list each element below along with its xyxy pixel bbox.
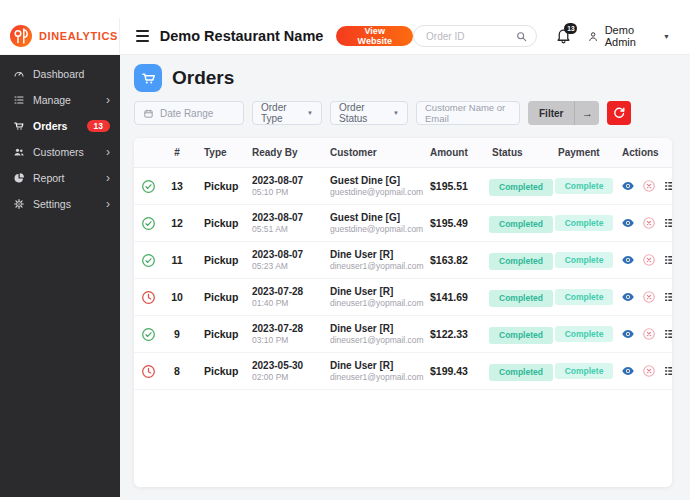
order-type-select[interactable]: Order Type ▼ xyxy=(252,101,322,125)
order-details-button[interactable] xyxy=(663,216,672,230)
cancel-order-button[interactable] xyxy=(642,327,656,341)
customer-search-placeholder: Customer Name or Email xyxy=(425,102,511,124)
status-cell: Completed xyxy=(488,287,552,307)
user-name: Demo Admin xyxy=(605,24,656,48)
customer-cell: Dine User [R]dineuser1@yopmail.com xyxy=(326,323,430,345)
status-badge: Completed xyxy=(489,253,553,270)
customer-cell: Guest Dine [G]guestdine@yopmail.com xyxy=(326,175,430,197)
order-details-button[interactable] xyxy=(663,179,672,193)
page-header: Orders xyxy=(120,55,690,99)
date-range-input[interactable]: Date Range xyxy=(134,101,244,125)
customer-name: Dine User [R] xyxy=(330,286,430,297)
customer-search-input[interactable]: Customer Name or Email xyxy=(416,101,520,125)
order-type: Pickup xyxy=(192,291,248,303)
orders-table-card: #TypeReady ByCustomerAmountStatusPayment… xyxy=(134,138,672,487)
table-row: 11Pickup2023-08-0705:23 AMDine User [R]d… xyxy=(134,242,672,279)
ready-by: 2023-08-0705:51 AM xyxy=(248,212,326,234)
logo-bar: DINEALYTICS xyxy=(0,18,120,55)
customer-email: dineuser1@yopmail.com xyxy=(330,261,430,271)
cancel-order-button[interactable] xyxy=(642,364,656,378)
cancel-order-button[interactable] xyxy=(642,290,656,304)
order-details-button[interactable] xyxy=(663,327,672,341)
calendar-icon xyxy=(143,108,154,119)
clock-icon xyxy=(134,290,162,305)
order-amount: $163.82 xyxy=(430,254,488,266)
sidebar-item-orders[interactable]: Orders13 xyxy=(0,113,120,139)
brand-logo-icon xyxy=(9,24,33,48)
order-amount: $199.43 xyxy=(430,365,488,377)
ready-time: 03:10 PM xyxy=(252,335,326,345)
status-cell: Completed xyxy=(488,250,552,270)
cancel-order-button[interactable] xyxy=(642,179,656,193)
view-order-button[interactable] xyxy=(621,327,635,341)
sidebar: DashboardManage›Orders13Customers›Report… xyxy=(0,55,120,497)
ready-time: 05:10 PM xyxy=(252,187,326,197)
view-order-button[interactable] xyxy=(621,290,635,304)
check-circle-icon xyxy=(134,216,162,231)
status-badge: Completed xyxy=(489,327,553,344)
column-header: Status xyxy=(488,147,552,158)
sidebar-item-label: Customers xyxy=(33,146,84,158)
sidebar-item-label: Orders xyxy=(33,120,67,132)
view-website-button[interactable]: View Website xyxy=(336,26,413,46)
order-search xyxy=(413,25,537,47)
check-circle-icon xyxy=(134,327,162,342)
ready-date: 2023-08-07 xyxy=(252,249,326,260)
column-header: Actions xyxy=(616,147,672,158)
order-type: Pickup xyxy=(192,180,248,192)
order-number: 9 xyxy=(162,328,192,340)
ready-by: 2023-08-0705:10 PM xyxy=(248,175,326,197)
check-circle-icon xyxy=(134,253,162,268)
ready-by: 2023-05-3002:00 PM xyxy=(248,360,326,382)
order-details-button[interactable] xyxy=(663,290,672,304)
payment-cell: Complete xyxy=(552,178,616,195)
cancel-order-button[interactable] xyxy=(642,216,656,230)
filter-submit-arrow-button[interactable]: → xyxy=(574,101,599,125)
view-order-button[interactable] xyxy=(621,179,635,193)
customer-email: dineuser1@yopmail.com xyxy=(330,298,430,308)
order-number: 8 xyxy=(162,365,192,377)
settings-icon xyxy=(13,198,25,210)
column-header: Payment xyxy=(552,147,616,158)
filter-button[interactable]: Filter xyxy=(528,101,574,125)
order-type: Pickup xyxy=(192,365,248,377)
table-row: 8Pickup2023-05-3002:00 PMDine User [R]di… xyxy=(134,353,672,390)
sidebar-item-settings[interactable]: Settings› xyxy=(0,191,120,217)
sidebar-item-dashboard[interactable]: Dashboard xyxy=(0,61,120,87)
view-order-button[interactable] xyxy=(621,253,635,267)
chevron-down-icon: ▼ xyxy=(393,110,399,116)
sidebar-item-customers[interactable]: Customers› xyxy=(0,139,120,165)
ready-date: 2023-08-07 xyxy=(252,175,326,186)
ready-time: 05:23 AM xyxy=(252,261,326,271)
sidebar-item-report[interactable]: Report› xyxy=(0,165,120,191)
cart-icon xyxy=(13,120,25,132)
order-status-select[interactable]: Order Status ▼ xyxy=(330,101,408,125)
customer-email: dineuser1@yopmail.com xyxy=(330,335,430,345)
column-header: Customer xyxy=(326,147,430,158)
status-badge: Completed xyxy=(489,179,553,196)
order-details-button[interactable] xyxy=(663,364,672,378)
notifications-button[interactable]: 13 xyxy=(555,27,572,45)
refresh-button[interactable] xyxy=(607,101,631,125)
payment-badge: Complete xyxy=(555,289,614,306)
view-order-button[interactable] xyxy=(621,216,635,230)
customer-name: Dine User [R] xyxy=(330,323,430,334)
user-icon xyxy=(587,29,599,44)
check-circle-icon xyxy=(134,179,162,194)
menu-toggle-icon[interactable] xyxy=(136,30,149,42)
order-details-button[interactable] xyxy=(663,253,672,267)
chevron-right-icon: › xyxy=(106,94,110,106)
customers-icon xyxy=(13,146,25,158)
order-amount: $141.69 xyxy=(430,291,488,303)
cancel-order-button[interactable] xyxy=(642,253,656,267)
column-header: # xyxy=(162,147,192,158)
sidebar-item-manage[interactable]: Manage› xyxy=(0,87,120,113)
payment-cell: Complete xyxy=(552,252,616,269)
payment-badge: Complete xyxy=(555,178,614,195)
view-order-button[interactable] xyxy=(621,364,635,378)
user-menu[interactable]: Demo Admin ▼ xyxy=(587,24,670,48)
search-icon[interactable] xyxy=(515,29,528,42)
chevron-right-icon: › xyxy=(106,172,110,184)
dashboard-icon xyxy=(13,68,25,80)
ready-by: 2023-07-2801:40 PM xyxy=(248,286,326,308)
